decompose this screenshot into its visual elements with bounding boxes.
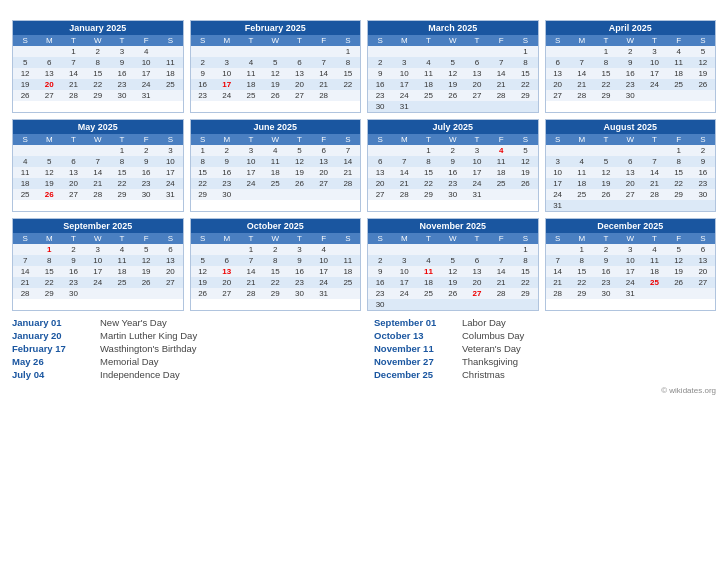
cal-day: 10 xyxy=(312,255,336,266)
cal-day: 29 xyxy=(513,288,537,299)
cal-day: 29 xyxy=(667,189,691,200)
cal-day xyxy=(489,46,513,57)
cal-day: 27 xyxy=(546,90,570,101)
holiday-date: January 01 xyxy=(12,317,92,328)
holiday-name: Independence Day xyxy=(100,369,180,380)
cal-day xyxy=(441,101,465,112)
cal-day xyxy=(191,244,215,255)
day-header: F xyxy=(134,134,158,145)
cal-day: 20 xyxy=(37,79,61,90)
cal-day: 25 xyxy=(489,178,513,189)
cal-day: 29 xyxy=(191,189,215,200)
cal-day: 31 xyxy=(546,200,570,211)
holiday-row: February 17Wasthington's Birthday xyxy=(12,343,354,354)
day-header: M xyxy=(570,134,594,145)
cal-day: 24 xyxy=(392,288,416,299)
cal-day xyxy=(667,90,691,101)
cal-day: 20 xyxy=(368,178,392,189)
cal-day: 23 xyxy=(61,277,85,288)
cal-day: 22 xyxy=(513,277,537,288)
cal-day: 23 xyxy=(191,90,215,101)
day-header: S xyxy=(368,233,392,244)
cal-day: 22 xyxy=(110,178,134,189)
cal-day: 30 xyxy=(594,288,618,299)
day-header: S xyxy=(336,35,360,46)
cal-day xyxy=(392,145,416,156)
holiday-row: January 01New Year's Day xyxy=(12,317,354,328)
cal-day: 4 xyxy=(570,156,594,167)
cal-day: 19 xyxy=(134,266,158,277)
month-10: October 2025SMTWTFS123456789101112131415… xyxy=(190,218,362,311)
cal-day: 8 xyxy=(416,156,440,167)
month-header-4: April 2025 xyxy=(546,21,716,35)
cal-day: 21 xyxy=(642,178,666,189)
cal-day: 21 xyxy=(489,277,513,288)
month-header-8: August 2025 xyxy=(546,120,716,134)
cal-day: 18 xyxy=(13,178,37,189)
cal-day xyxy=(570,200,594,211)
cal-day: 4 xyxy=(416,255,440,266)
month-header-3: March 2025 xyxy=(368,21,538,35)
day-header: S xyxy=(368,35,392,46)
cal-day: 4 xyxy=(416,57,440,68)
cal-day xyxy=(37,145,61,156)
cal-day: 15 xyxy=(86,68,110,79)
cal-day: 26 xyxy=(441,90,465,101)
month-header-11: November 2025 xyxy=(368,219,538,233)
cal-day xyxy=(368,145,392,156)
cal-day xyxy=(263,189,287,200)
month-5: May 2025SMTWTFS1234567891011121314151617… xyxy=(12,119,184,212)
cal-day: 31 xyxy=(158,189,182,200)
day-header: W xyxy=(263,134,287,145)
cal-day: 8 xyxy=(570,255,594,266)
cal-day: 15 xyxy=(336,68,360,79)
cal-day: 7 xyxy=(86,156,110,167)
cal-day: 25 xyxy=(110,277,134,288)
cal-day: 8 xyxy=(336,57,360,68)
cal-day: 27 xyxy=(287,90,311,101)
cal-day: 25 xyxy=(13,189,37,200)
cal-day: 27 xyxy=(312,178,336,189)
cal-day xyxy=(158,46,182,57)
cal-day: 6 xyxy=(37,57,61,68)
cal-day: 14 xyxy=(489,266,513,277)
day-header: M xyxy=(215,35,239,46)
cal-day: 1 xyxy=(570,244,594,255)
cal-day: 19 xyxy=(37,178,61,189)
cal-day xyxy=(618,145,642,156)
day-header: F xyxy=(667,35,691,46)
cal-day: 24 xyxy=(392,90,416,101)
cal-day: 2 xyxy=(368,255,392,266)
day-header: S xyxy=(191,35,215,46)
day-header: S xyxy=(513,134,537,145)
cal-day: 31 xyxy=(134,90,158,101)
day-header: W xyxy=(618,233,642,244)
cal-day: 10 xyxy=(546,167,570,178)
day-header: F xyxy=(134,35,158,46)
cal-day: 1 xyxy=(61,46,85,57)
day-header: M xyxy=(215,233,239,244)
cal-day: 1 xyxy=(513,46,537,57)
day-header: W xyxy=(263,233,287,244)
day-header: S xyxy=(546,35,570,46)
cal-day: 9 xyxy=(691,156,715,167)
cal-table-7: SMTWTFS123456789101112131415161718192021… xyxy=(368,134,538,200)
cal-day: 28 xyxy=(86,189,110,200)
cal-day xyxy=(465,46,489,57)
cal-day: 3 xyxy=(392,57,416,68)
cal-day xyxy=(215,46,239,57)
cal-day: 4 xyxy=(489,145,513,156)
cal-day: 29 xyxy=(263,288,287,299)
cal-day: 18 xyxy=(642,266,666,277)
holiday-name: New Year's Day xyxy=(100,317,167,328)
holidays-right: September 01Labor DayOctober 13Columbus … xyxy=(374,317,716,382)
cal-day: 12 xyxy=(263,68,287,79)
cal-day: 27 xyxy=(618,189,642,200)
cal-day xyxy=(691,288,715,299)
cal-day: 3 xyxy=(642,46,666,57)
cal-day: 25 xyxy=(239,90,263,101)
cal-day: 18 xyxy=(416,277,440,288)
day-header: T xyxy=(239,233,263,244)
cal-day: 10 xyxy=(392,266,416,277)
month-header-9: September 2025 xyxy=(13,219,183,233)
